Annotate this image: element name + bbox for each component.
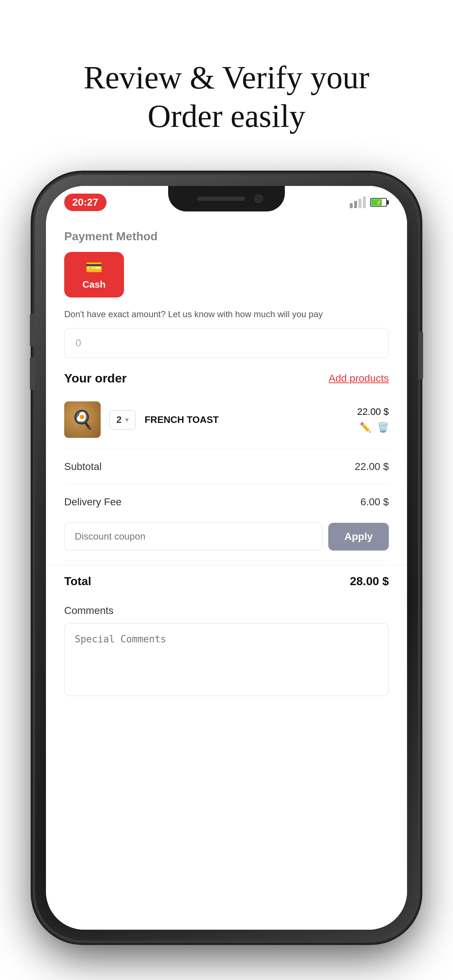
delivery-fee-row: Delivery Fee 6.00 $	[46, 488, 407, 516]
payment-method-label: Payment Method	[64, 230, 389, 243]
exact-amount-text: Don't have exact amount? Let us know wit…	[64, 308, 389, 321]
delivery-fee-label: Delivery Fee	[64, 496, 121, 508]
power-button	[418, 332, 423, 379]
heading-line1: Review & Verify your	[84, 60, 370, 95]
status-time: 20:27	[64, 194, 107, 211]
phone-mockup: 20:27 ⚡	[35, 175, 418, 940]
phone-screen: 20:27 ⚡	[46, 186, 407, 930]
coupon-input[interactable]	[64, 522, 322, 550]
cash-label: Cash	[83, 279, 106, 290]
order-item: 2 ▾ FRENCH TOAST 22.00 $ ✏️ 🗑️	[46, 394, 407, 445]
notch	[168, 186, 285, 212]
edit-icon[interactable]: ✏️	[360, 422, 371, 433]
screen-content: Payment Method 💳 Cash Don't have exact a…	[46, 219, 407, 930]
divider-3	[64, 561, 389, 561]
total-row: Total 28.00 $	[46, 565, 407, 598]
comments-label: Comments	[64, 605, 389, 617]
battery-icon: ⚡	[370, 198, 389, 207]
subtotal-value: 22.00 $	[355, 461, 389, 473]
item-right: 22.00 $ ✏️ 🗑️	[357, 406, 389, 433]
your-order-title: Your order	[64, 371, 126, 385]
subtotal-row: Subtotal 22.00 $	[46, 453, 407, 480]
item-price: 22.00 $	[357, 406, 389, 417]
phone-frame: 20:27 ⚡	[35, 175, 418, 940]
page-heading: Review & Verify your Order easily	[0, 0, 453, 157]
status-icons: ⚡	[350, 197, 389, 208]
subtotal-label: Subtotal	[64, 461, 102, 473]
qty-selector[interactable]: 2 ▾	[109, 410, 136, 430]
add-products-link[interactable]: Add products	[329, 372, 389, 384]
apply-button[interactable]: Apply	[328, 523, 389, 550]
food-image	[64, 401, 100, 438]
cash-icon: 💳	[85, 259, 102, 275]
item-name: FRENCH TOAST	[144, 414, 348, 425]
delete-icon[interactable]: 🗑️	[377, 422, 389, 433]
front-camera	[254, 194, 263, 203]
signal-icon	[350, 197, 366, 208]
delivery-fee-value: 6.00 $	[360, 496, 389, 508]
speaker	[197, 197, 245, 201]
amount-input[interactable]: 0	[64, 328, 389, 358]
volume-down-button	[30, 357, 35, 390]
item-actions: ✏️ 🗑️	[360, 422, 389, 433]
comments-textarea[interactable]	[64, 623, 389, 696]
payment-method-section: Payment Method 💳 Cash Don't have exact a…	[46, 219, 407, 358]
comments-section: Comments	[46, 598, 407, 705]
total-label: Total	[64, 574, 91, 588]
coupon-row: Apply	[46, 516, 407, 557]
your-order-header: Your order Add products	[46, 371, 407, 385]
total-value: 28.00 $	[350, 574, 389, 588]
heading-line2: Order easily	[148, 99, 305, 134]
divider-2	[64, 484, 389, 485]
qty-number: 2	[116, 414, 121, 425]
item-image	[64, 401, 100, 438]
divider-1	[64, 449, 389, 449]
volume-up-button	[30, 313, 35, 346]
cash-button[interactable]: 💳 Cash	[64, 252, 124, 298]
chevron-down-icon: ▾	[125, 415, 129, 424]
